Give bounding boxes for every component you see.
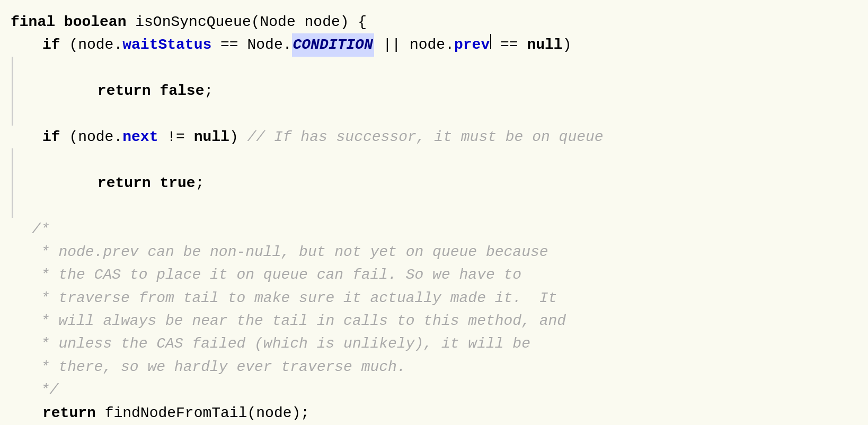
keyword-if-2: if [42,126,60,148]
code-line-7: * node.prev can be non-null, but not yet… [11,241,852,263]
params-1: (Node node) { [251,11,367,33]
node-prev-1: node. [410,33,454,56]
or-operator: || [374,33,410,56]
semi-1: ; [204,83,213,99]
keyword-boolean: boolean [64,11,127,33]
keyword-final: final [11,11,64,33]
neq-operator: != [158,126,193,148]
comment-line-12: * there, so we hardly ever traverse much… [32,356,406,378]
code-line-12: * there, so we hardly ever traverse much… [11,356,852,378]
comment-close: */ [32,378,58,401]
condition-keyword: CONDITION [292,33,374,56]
code-viewer: final boolean isOnSyncQueue(Node node) {… [0,0,868,425]
keyword-return-1: return [98,83,151,99]
code-line-4: if (node.next != null) // If has success… [11,126,852,148]
comment-line-9: * traverse from tail to make sure it act… [32,287,557,309]
code-line-5: return true; [11,148,852,217]
comment-inline: // If has successor, it must be on queue [238,126,604,148]
keyword-if-1: if [42,33,60,56]
code-line-8: * the CAS to place it on queue can fail.… [11,263,852,286]
code-line-2: if (node.waitStatus == Node.CONDITION ||… [11,33,852,56]
code-line-9: * traverse from tail to make sure it act… [11,287,852,309]
comment-line-7: * node.prev can be non-null, but not yet… [32,241,548,263]
code-line-6: /* [11,218,852,241]
paren-open-1: (node. [60,33,123,56]
field-next: next [122,126,158,148]
keyword-return-2: return [98,175,151,191]
comment-line-8: * the CAS to place it on queue can fail.… [32,263,521,286]
literal-false: false [151,83,205,99]
semi-2: ; [196,175,205,191]
comment-open: /* [32,218,50,241]
paren-close-1: ) [563,33,572,56]
comment-line-11: * unless the CAS failed (which is unlike… [32,332,530,355]
code-line-1: final boolean isOnSyncQueue(Node node) { [11,11,852,33]
code-line-14: return findNodeFromTail(node); [11,402,852,424]
method-name: isOnSyncQueue [126,11,251,33]
comment-line-10: * will always be near the tail in calls … [32,309,566,332]
keyword-return-3: return [42,402,96,424]
code-line-10: * will always be near the tail in calls … [11,309,852,332]
null-literal-2: null [194,126,229,148]
code-line-11: * unless the CAS failed (which is unlike… [11,332,852,355]
paren-open-2: (node. [60,126,123,148]
eq-operator-2: == [491,33,527,56]
paren-close-2: ) [229,126,238,148]
method-call: findNodeFromTail(node); [96,402,309,424]
code-line-13: */ [11,378,852,401]
code-line-3: return false; [11,57,852,126]
eq-operator-1: == Node. [211,33,291,56]
literal-true: true [151,175,196,191]
field-waitStatus: waitStatus [122,33,211,56]
field-prev-1: prev [454,33,490,56]
null-literal-1: null [527,33,562,56]
